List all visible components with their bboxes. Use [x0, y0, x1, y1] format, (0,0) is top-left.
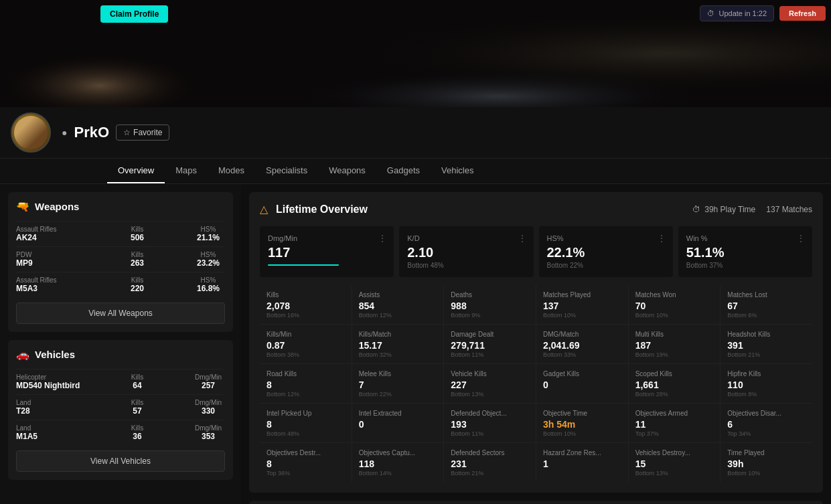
playtime-text: 39h Play Time — [704, 205, 755, 214]
stat-value: 70 — [635, 301, 714, 311]
stat-label: Kills — [267, 290, 345, 299]
matches-text: 137 Matches — [766, 205, 812, 214]
dmg-value: 330 — [192, 406, 225, 416]
claim-profile-button[interactable]: Claim Profile — [100, 5, 168, 23]
nav-item-maps[interactable]: Maps — [165, 159, 208, 183]
stat-value: 8 — [267, 458, 345, 469]
nav-item-gadgets[interactable]: Gadgets — [376, 159, 431, 183]
stat-label: DMG/Match — [543, 330, 621, 339]
weapon-name: AK24 — [16, 233, 83, 242]
kpi-value: 22.1% — [547, 245, 665, 260]
stat-value: 15 — [635, 458, 714, 469]
weapon-name-group: PDW MP9 — [16, 251, 83, 268]
stat-sub: Bottom 28% — [635, 391, 714, 398]
view-all-vehicles-button[interactable]: View All Vehicles — [16, 450, 225, 472]
stat-value: 227 — [451, 380, 529, 390]
dmg-value: 257 — [192, 381, 225, 390]
stat-label: Intel Picked Up — [267, 409, 345, 418]
stat-cell: Objectives Captu... 118 Bottom 14% — [352, 443, 444, 482]
stat-label: Matches Played — [543, 290, 621, 299]
vehicles-section-header: 🚗 Vehicles — [16, 348, 225, 361]
kills-value: 263 — [121, 258, 154, 268]
kills-value: 57 — [121, 406, 154, 416]
favorite-button[interactable]: ☆ Favorite — [116, 124, 169, 141]
stat-value: 39h — [727, 458, 806, 469]
nav-item-weapons[interactable]: Weapons — [318, 159, 376, 183]
kpi-sub: Bottom 48% — [407, 262, 525, 269]
kills-value: 64 — [121, 381, 154, 390]
stat-value: 118 — [359, 458, 437, 469]
stat-cell: Road Kills 8 Bottom 12% — [260, 364, 352, 403]
stat-label: Melee Kills — [359, 369, 437, 378]
stat-cell: Kills 2,078 Bottom 16% — [260, 285, 352, 324]
hs-value: 23.2% — [192, 258, 225, 268]
nav-item-vehicles[interactable]: Vehicles — [431, 159, 484, 183]
stat-label: Gadget Kills — [543, 369, 621, 378]
vehicle-kills-group: Kills 64 — [121, 373, 154, 390]
kpi-menu-icon[interactable]: ⋮ — [378, 233, 387, 244]
stat-label: Damage Dealt — [451, 330, 529, 339]
stat-cell: Matches Lost 67 Bottom 6% — [721, 285, 812, 324]
stat-label: Vehicle Kills — [451, 369, 529, 378]
stat-value: 110 — [727, 380, 806, 390]
kpi-card: K/D 2.10 Bottom 48% ⋮ — [399, 226, 533, 277]
vehicle-name: T28 — [16, 406, 83, 416]
kpi-menu-icon[interactable]: ⋮ — [657, 233, 666, 244]
kills-value: 220 — [121, 284, 154, 293]
vehicle-type: Land — [16, 424, 83, 432]
weapons-list: Assault Rifles AK24 Kills 506 HS% 21.1% … — [16, 221, 225, 297]
stat-label: Matches Won — [635, 290, 714, 299]
stat-sub: Top 36% — [267, 470, 345, 477]
kills-label: Kills — [121, 373, 154, 381]
stat-sub: Top 34% — [727, 430, 806, 437]
kpi-menu-icon[interactable]: ⋮ — [796, 233, 806, 244]
stat-label: Objectives Armed — [635, 409, 714, 418]
vehicle-dmg-group: Dmg/Min 353 — [192, 424, 225, 441]
kpi-menu-icon[interactable]: ⋮ — [518, 233, 527, 244]
stat-sub: Bottom 33% — [543, 351, 621, 358]
stat-cell: Kills/Match 15.17 Bottom 32% — [352, 325, 444, 363]
specialists-card: 👤 Top Specialists View All Specialists S… — [249, 501, 823, 504]
vehicle-kills-group: Kills 36 — [121, 424, 154, 441]
stat-sub: Bottom 13% — [451, 391, 529, 398]
stat-value: 1 — [543, 458, 621, 469]
stat-sub: Bottom 32% — [359, 351, 437, 358]
stat-sub: Bottom 11% — [451, 430, 529, 437]
stat-sub: Bottom 10% — [543, 430, 621, 437]
stat-cell: Melee Kills 7 Bottom 22% — [352, 364, 444, 403]
stat-sub: Bottom 10% — [543, 312, 621, 319]
vehicle-name-group: Land T28 — [16, 399, 83, 416]
stat-value: 8 — [267, 380, 345, 390]
stat-cell: Objectives Armed 11 Top 37% — [629, 404, 721, 442]
vehicle-dmg-group: Dmg/Min 330 — [192, 399, 225, 416]
kills-label: Kills — [121, 226, 154, 233]
stat-sub: Bottom 9% — [451, 312, 529, 319]
clock-icon: ⏱ — [707, 9, 714, 17]
weapon-name: M5A3 — [16, 284, 83, 293]
view-all-weapons-button[interactable]: View All Weapons — [16, 303, 225, 324]
kpi-sub: Bottom 22% — [547, 262, 665, 269]
stat-sub: Bottom 14% — [359, 470, 437, 477]
stat-value: 15.17 — [359, 340, 437, 351]
stat-cell: Vehicles Destroy... 15 Bottom 13% — [629, 443, 721, 482]
kpi-value: 117 — [268, 245, 386, 260]
stat-cell: Intel Picked Up 8 Bottom 48% — [260, 404, 352, 442]
kills-value: 506 — [121, 233, 154, 242]
stat-value: 2,078 — [267, 301, 345, 311]
hs-value: 16.8% — [192, 284, 225, 293]
vehicles-list: Helicopter MD540 Nightbird Kills 64 Dmg/… — [16, 369, 225, 445]
stat-label: Vehicles Destroy... — [635, 448, 714, 457]
weapons-section-header: 🔫 Weapons — [16, 200, 225, 213]
playtime-meta: ⏱ 39h Play Time — [692, 205, 755, 214]
stat-label: Assists — [359, 290, 437, 299]
refresh-button[interactable]: Refresh — [779, 6, 826, 21]
stat-value: 0 — [359, 419, 437, 430]
nav-item-modes[interactable]: Modes — [208, 159, 255, 183]
stat-value: 11 — [635, 419, 714, 430]
stat-value: 1,661 — [635, 380, 714, 390]
nav-item-specialists[interactable]: Specialists — [255, 159, 318, 183]
stat-label: Deaths — [451, 290, 529, 299]
nav-bar: Overview Maps Modes Specialists Weapons … — [0, 159, 831, 184]
stat-sub: Bottom 12% — [359, 312, 437, 319]
nav-item-overview[interactable]: Overview — [107, 159, 165, 183]
